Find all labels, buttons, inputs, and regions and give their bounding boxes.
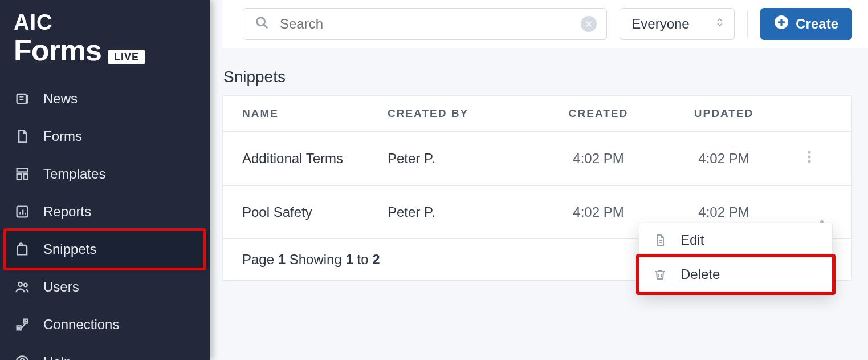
main-area: Everyone Create Snippets NAME CREATED BY… — [210, 0, 868, 360]
sidebar-item-forms[interactable]: Forms — [0, 118, 210, 155]
svg-rect-3 — [17, 169, 28, 172]
search-wrap — [243, 8, 607, 40]
sidebar: AIC Forms LIVE News Forms — [0, 0, 210, 360]
cell-created-by: Peter P. — [388, 151, 536, 167]
svg-point-23 — [808, 160, 811, 163]
menu-item-label: Delete — [680, 266, 720, 282]
filter-selected-label: Everyone — [631, 16, 689, 32]
trash-icon — [652, 266, 668, 282]
table-header: NAME CREATED BY CREATED UPDATED — [223, 96, 851, 132]
col-created-by: CREATED BY — [388, 107, 536, 120]
sidebar-item-label: Snippets — [43, 241, 96, 257]
sidebar-item-connections[interactable]: Connections — [0, 306, 210, 343]
edit-icon — [652, 232, 668, 248]
owner-filter-select[interactable]: Everyone — [620, 8, 735, 40]
sidebar-item-snippets[interactable]: Snippets — [0, 230, 210, 268]
menu-item-edit[interactable]: Edit — [639, 223, 832, 257]
sidebar-item-reports[interactable]: Reports — [0, 193, 210, 230]
select-chevron-icon — [715, 15, 725, 33]
cell-name: Additional Terms — [242, 151, 388, 167]
sidebar-item-label: Connections — [43, 317, 119, 333]
svg-line-15 — [264, 25, 267, 28]
plus-circle-icon — [774, 15, 789, 33]
connections-icon — [14, 316, 31, 333]
search-input[interactable] — [243, 8, 607, 40]
sidebar-item-label: Reports — [43, 204, 91, 220]
table-row[interactable]: Additional Terms Peter P. 4:02 PM 4:02 P… — [223, 132, 851, 186]
news-icon — [14, 90, 31, 107]
svg-rect-5 — [23, 174, 27, 179]
sidebar-nav: News Forms Templates Reports — [0, 80, 210, 360]
create-button[interactable]: Create — [760, 8, 852, 40]
help-icon — [14, 354, 31, 360]
svg-point-10 — [18, 282, 22, 286]
sidebar-item-users[interactable]: Users — [0, 268, 210, 306]
templates-icon — [14, 165, 31, 183]
clear-search-button[interactable] — [581, 16, 597, 32]
sidebar-item-label: Templates — [43, 166, 105, 182]
menu-item-delete[interactable]: Delete — [639, 257, 832, 292]
forms-icon — [14, 128, 31, 145]
brand-line2: Forms — [14, 33, 101, 67]
col-created: CREATED — [536, 107, 661, 120]
col-updated: UPDATED — [661, 107, 787, 120]
topbar: Everyone Create — [222, 0, 868, 48]
cell-updated: 4:02 PM — [661, 204, 787, 220]
reports-icon — [14, 203, 31, 220]
sidebar-item-label: Users — [43, 279, 79, 295]
cell-updated: 4:02 PM — [661, 151, 787, 167]
sidebar-item-label: News — [43, 91, 78, 107]
app-root: AIC Forms LIVE News Forms — [0, 0, 868, 360]
cell-created: 4:02 PM — [536, 151, 661, 167]
brand-badge: LIVE — [108, 50, 145, 64]
svg-point-14 — [257, 18, 265, 26]
sidebar-item-label: Forms — [43, 128, 82, 144]
sidebar-item-templates[interactable]: Templates — [0, 155, 210, 193]
topbar-divider — [747, 10, 748, 38]
create-button-label: Create — [796, 16, 838, 32]
brand-line1: AIC — [14, 11, 196, 33]
page-title: Snippets — [222, 68, 852, 86]
users-icon — [14, 278, 31, 296]
sidebar-item-news[interactable]: News — [0, 80, 210, 118]
menu-item-label: Edit — [680, 232, 704, 248]
sidebar-item-label: Help — [43, 354, 71, 360]
brand-logo: AIC Forms LIVE — [0, 7, 210, 80]
col-name: NAME — [242, 107, 388, 120]
cell-created: 4:02 PM — [536, 204, 661, 220]
sidebar-item-help[interactable]: Help — [0, 343, 210, 360]
row-context-menu: Edit Delete — [639, 223, 833, 292]
row-actions-button[interactable] — [807, 150, 812, 167]
cell-name: Pool Safety — [242, 204, 388, 220]
search-icon — [254, 15, 270, 33]
svg-point-21 — [808, 151, 811, 154]
cell-created-by: Peter P. — [388, 204, 536, 220]
snippets-icon — [14, 241, 31, 258]
svg-point-11 — [24, 284, 27, 287]
svg-rect-4 — [17, 174, 22, 179]
svg-point-22 — [808, 156, 811, 159]
